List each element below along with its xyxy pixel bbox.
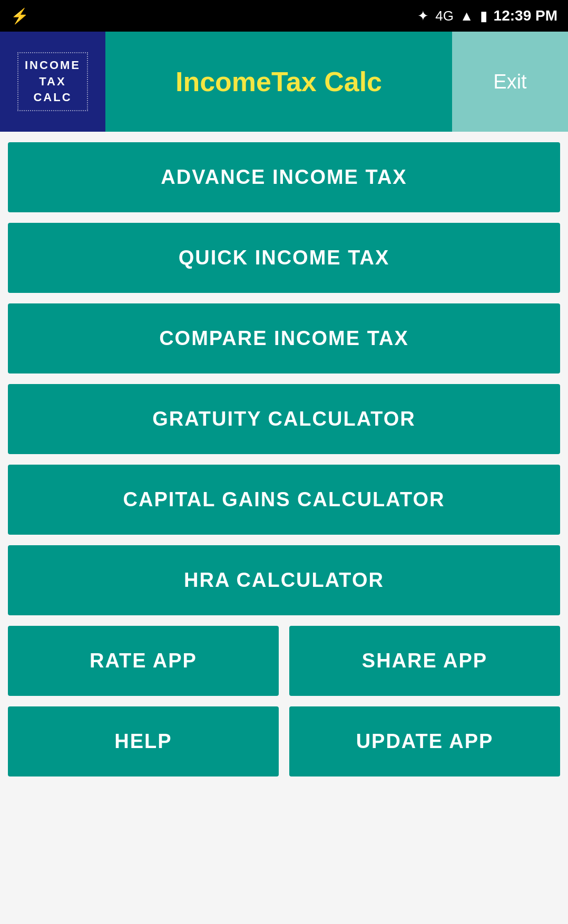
gratuity-calculator-label: GRATUITY CALCULATOR (152, 408, 416, 430)
bottom-row-2: HELP UPDATE APP (8, 706, 560, 776)
logo-text: INCOME TAX CALC (17, 52, 88, 111)
status-bar: ⚡ ✦ 4G ▲ ▮ 12:39 PM (0, 0, 568, 32)
capital-gains-calculator-button[interactable]: CAPITAL GAINS CALCULATOR (8, 465, 560, 535)
bluetooth-icon: ✦ (417, 8, 429, 24)
quick-income-tax-button[interactable]: QUICK INCOME TAX (8, 223, 560, 293)
update-app-button[interactable]: UPDATE APP (289, 706, 560, 776)
compare-income-tax-button[interactable]: COMPARE INCOME TAX (8, 303, 560, 373)
help-label: HELP (114, 730, 172, 753)
exit-button[interactable]: Exit (452, 32, 568, 132)
rate-app-button[interactable]: RATE APP (8, 626, 279, 696)
time-display: 12:39 PM (494, 7, 557, 24)
status-bar-right: ✦ 4G ▲ ▮ 12:39 PM (417, 7, 557, 24)
battery-icon: ▮ (480, 8, 487, 24)
share-app-label: SHARE APP (362, 650, 487, 672)
capital-gains-calculator-label: CAPITAL GAINS CALCULATOR (123, 488, 445, 511)
advance-income-tax-label: ADVANCE INCOME TAX (161, 166, 407, 189)
compare-income-tax-label: COMPARE INCOME TAX (159, 327, 409, 350)
main-content: ADVANCE INCOME TAX QUICK INCOME TAX COMP… (0, 132, 568, 798)
help-button[interactable]: HELP (8, 706, 279, 776)
usb-icon: ⚡ (11, 7, 29, 25)
app-title: IncomeTax Calc (175, 66, 382, 97)
gratuity-calculator-button[interactable]: GRATUITY CALCULATOR (8, 384, 560, 454)
quick-income-tax-label: QUICK INCOME TAX (179, 247, 390, 269)
update-app-label: UPDATE APP (356, 730, 494, 753)
rate-app-label: RATE APP (90, 650, 197, 672)
signal-icon: ▲ (460, 8, 474, 24)
exit-label: Exit (493, 71, 526, 93)
network-label: 4G (435, 8, 454, 24)
advance-income-tax-button[interactable]: ADVANCE INCOME TAX (8, 142, 560, 212)
header-title-area: IncomeTax Calc (105, 32, 452, 132)
app-header: INCOME TAX CALC IncomeTax Calc Exit (0, 32, 568, 132)
app-logo: INCOME TAX CALC (0, 32, 105, 132)
bottom-row-1: RATE APP SHARE APP (8, 626, 560, 696)
hra-calculator-label: HRA CALCULATOR (184, 569, 384, 592)
hra-calculator-button[interactable]: HRA CALCULATOR (8, 545, 560, 615)
share-app-button[interactable]: SHARE APP (289, 626, 560, 696)
